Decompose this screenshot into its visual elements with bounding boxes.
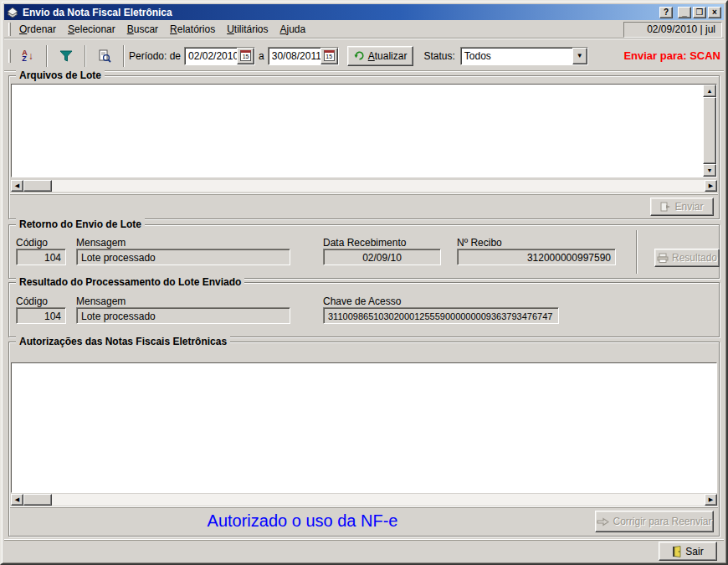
application-window: Envio da Nota Fiscal Eletrônica ? _ ❒ × … bbox=[0, 0, 728, 565]
toolbar-separator bbox=[46, 45, 48, 67]
current-date-display: 02/09/2010 | jul bbox=[623, 22, 722, 38]
refresh-icon bbox=[354, 50, 365, 61]
chave-acesso-label: Chave de Acesso bbox=[323, 295, 401, 307]
toolbar-grip bbox=[8, 49, 11, 63]
codigo-label: Código bbox=[16, 295, 48, 307]
sair-button[interactable]: Sair bbox=[659, 542, 717, 561]
period-to-field[interactable]: 30/08/2011 15 bbox=[268, 47, 339, 65]
calendar-button[interactable]: 15 bbox=[320, 48, 338, 64]
autorizacoes-grid-body bbox=[12, 378, 716, 492]
mensagem-label: Mensagem bbox=[76, 295, 126, 307]
close-button[interactable]: × bbox=[708, 7, 721, 18]
recibo-value: 312000000997590 bbox=[457, 249, 616, 265]
maximize-button[interactable]: ❒ bbox=[693, 7, 706, 18]
lotes-grid-body bbox=[12, 100, 703, 177]
lotes-grid: ▲ ▼ bbox=[11, 84, 717, 177]
sort-button[interactable]: AZ↓ bbox=[15, 44, 40, 68]
resultado-group: Resultado do Processamento do Lote Envia… bbox=[8, 282, 720, 337]
retorno-group: Retorno do Envio de Lote Código 104 Mens… bbox=[8, 224, 720, 279]
filter-funnel-icon bbox=[59, 50, 73, 62]
menubar: Ordenar Selecionar Buscar Relatórios Uti… bbox=[4, 20, 724, 39]
period-between-label: a bbox=[259, 50, 264, 62]
toolbar: AZ↓ Período: de bbox=[4, 40, 724, 72]
bottom-bar: Sair bbox=[4, 539, 724, 562]
filter-button[interactable] bbox=[54, 44, 79, 68]
scroll-left-icon[interactable]: ◀ bbox=[11, 180, 23, 192]
status-label: Status: bbox=[423, 50, 454, 62]
atualizar-label: Atualizar bbox=[368, 50, 408, 62]
enviar-button[interactable]: Enviar bbox=[650, 198, 714, 216]
scan-target-label: Enviar para: SCAN bbox=[623, 49, 720, 62]
period-label: Período: de bbox=[129, 50, 181, 62]
mensagem-value: Lote processado bbox=[76, 249, 290, 265]
titlebar: Envio da Nota Fiscal Eletrônica ? _ ❒ × bbox=[4, 4, 724, 20]
lotes-hscrollbar[interactable]: ◀ ▶ bbox=[11, 180, 717, 192]
lotes-vscrollbar[interactable]: ▲ ▼ bbox=[703, 85, 716, 177]
calendar-icon: 15 bbox=[324, 50, 335, 61]
menu-ajuda[interactable]: Ajuda bbox=[274, 22, 312, 37]
retorno-group-title: Retorno do Envio de Lote bbox=[16, 218, 145, 230]
recibo-label: Nº Recibo bbox=[457, 237, 502, 249]
status-message: Autorizado o uso da NF-e bbox=[10, 511, 595, 532]
scroll-right-icon[interactable]: ▶ bbox=[705, 180, 717, 192]
period-to-value[interactable]: 30/08/2011 bbox=[269, 48, 320, 64]
status-select[interactable]: Todos ▼ bbox=[460, 47, 588, 65]
autorizacoes-group: Autorizações das Notas Fiscais Eletrônic… bbox=[8, 342, 720, 537]
chave-acesso-value: 3110098651030200012555900000000936379347… bbox=[323, 307, 559, 324]
autorizacoes-status-panel: Autorizado o uso da NF-e Corrigir para R… bbox=[10, 506, 718, 536]
lotes-group-title: Arquivos de Lote bbox=[16, 69, 105, 81]
menu-selecionar[interactable]: Selecionar bbox=[62, 22, 121, 37]
minimize-button[interactable]: _ bbox=[678, 7, 691, 18]
autorizacoes-group-title: Autorizações das Notas Fiscais Eletrônic… bbox=[16, 336, 230, 347]
toolbar-grip bbox=[8, 23, 11, 36]
resultado-label: Resultado bbox=[672, 252, 717, 264]
autorizacoes-hscrollbar[interactable]: ◀ ▶ bbox=[11, 494, 717, 506]
menu-buscar[interactable]: Buscar bbox=[121, 22, 164, 37]
scrollbar-thumb[interactable] bbox=[23, 180, 52, 192]
codigo-value: 104 bbox=[16, 249, 66, 265]
autorizacoes-grid-header bbox=[12, 363, 716, 378]
autorizacoes-grid bbox=[11, 362, 717, 493]
data-recebimento-value: 02/09/10 bbox=[323, 249, 441, 265]
resultado-group-title: Resultado do Processamento do Lote Envia… bbox=[16, 276, 244, 288]
mensagem-label: Mensagem bbox=[76, 237, 126, 249]
toolbar-separator bbox=[123, 45, 125, 67]
preview-document-icon bbox=[98, 49, 111, 63]
scrollbar-thumb[interactable] bbox=[23, 494, 52, 506]
calendar-button[interactable]: 15 bbox=[237, 48, 254, 64]
door-icon bbox=[672, 546, 682, 557]
help-button[interactable]: ? bbox=[659, 7, 673, 18]
window-title: Envio da Nota Fiscal Eletrônica bbox=[23, 7, 658, 18]
scroll-up-icon[interactable]: ▲ bbox=[703, 85, 716, 97]
menu-utilitarios[interactable]: Utilitários bbox=[221, 22, 274, 37]
atualizar-button[interactable]: Atualizar bbox=[347, 46, 414, 66]
printer-icon bbox=[657, 253, 669, 263]
menu-ordenar[interactable]: Ordenar bbox=[13, 22, 62, 37]
scroll-left-icon[interactable]: ◀ bbox=[11, 494, 23, 506]
period-from-value[interactable]: 02/02/2010 bbox=[185, 48, 237, 64]
calendar-icon: 15 bbox=[240, 50, 251, 61]
resultado-button[interactable]: Resultado bbox=[654, 249, 720, 267]
scroll-down-icon[interactable]: ▼ bbox=[703, 164, 716, 177]
sair-label: Sair bbox=[685, 546, 703, 557]
panel-divider bbox=[636, 230, 638, 274]
lotes-grid-header bbox=[12, 85, 703, 100]
scroll-right-icon[interactable]: ▶ bbox=[705, 494, 717, 506]
period-from-field[interactable]: 02/02/2010 15 bbox=[184, 47, 255, 65]
send-icon bbox=[660, 202, 671, 212]
codigo-label: Código bbox=[16, 237, 48, 249]
status-selected-value: Todos bbox=[461, 48, 572, 64]
right-arrow-icon bbox=[597, 517, 609, 526]
corrigir-button[interactable]: Corrigir para Reenviar bbox=[595, 511, 714, 532]
lotes-actions-panel: Enviar bbox=[10, 193, 718, 218]
chevron-down-icon[interactable]: ▼ bbox=[572, 48, 587, 64]
enviar-label: Enviar bbox=[674, 201, 703, 213]
mensagem-value: Lote processado bbox=[76, 307, 290, 324]
corrigir-label: Corrigir para Reenviar bbox=[613, 516, 711, 527]
preview-button[interactable] bbox=[92, 44, 117, 68]
toolbar-separator bbox=[85, 45, 86, 67]
codigo-value: 104 bbox=[16, 307, 66, 324]
menu-relatorios[interactable]: Relatórios bbox=[164, 22, 221, 37]
data-recebimento-label: Data Recebimento bbox=[323, 237, 406, 249]
scrollbar-thumb[interactable] bbox=[703, 97, 716, 164]
